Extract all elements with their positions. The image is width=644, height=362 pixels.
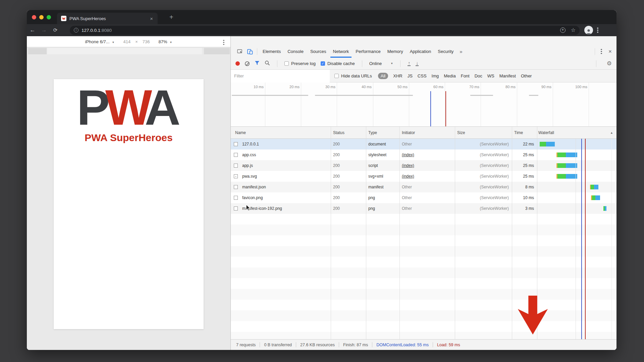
- column-header-size[interactable]: Size: [455, 130, 512, 135]
- request-checkbox[interactable]: [234, 206, 238, 210]
- table-row[interactable]: manifest-icon-192.png 200 png Other (Ser…: [231, 203, 616, 214]
- browser-menu-icon[interactable]: [597, 27, 598, 34]
- request-checkbox[interactable]: [234, 153, 238, 157]
- filter-chip-xhr[interactable]: XHR: [393, 73, 402, 78]
- column-header-type[interactable]: Type: [366, 130, 399, 135]
- filter-chip-all[interactable]: All: [378, 73, 388, 79]
- initiator-link[interactable]: (index): [399, 153, 455, 157]
- network-filter-row: Hide data URLs AllXHRJSCSSImgMediaFontDo…: [231, 70, 616, 82]
- column-separator[interactable]: [455, 127, 455, 339]
- profile-avatar[interactable]: [584, 26, 593, 35]
- request-checkbox[interactable]: [234, 142, 238, 146]
- device-dimensions[interactable]: 414 × 736: [123, 39, 150, 44]
- filter-chip-font[interactable]: Font: [461, 73, 470, 78]
- filter-input[interactable]: [231, 70, 330, 82]
- column-separator[interactable]: [512, 127, 512, 339]
- timeline-tick-label: 70 ms: [461, 85, 479, 89]
- filter-chip-other[interactable]: Other: [521, 73, 532, 78]
- status-bar-item: 27.6 KB resources: [296, 343, 339, 347]
- column-separator[interactable]: [331, 127, 331, 339]
- overview-request-bar: [529, 95, 538, 96]
- import-har-icon[interactable]: ↑: [408, 61, 411, 66]
- table-row[interactable]: 127.0.0.1 200 document Other (ServiceWor…: [231, 139, 616, 149]
- timeline-gridline: [373, 82, 373, 126]
- table-row[interactable]: -pwa.svg 200 svg+xml (index) (ServiceWor…: [231, 171, 616, 182]
- column-header-time[interactable]: Time: [512, 130, 537, 135]
- device-toolbar-toggle-icon[interactable]: [245, 49, 255, 55]
- device-zoom-select[interactable]: 87%▼: [158, 39, 172, 44]
- filter-chip-manifest[interactable]: Manifest: [499, 73, 516, 78]
- waterfall-gridline: [611, 139, 612, 339]
- initiator-link[interactable]: (index): [399, 163, 455, 168]
- address-bar[interactable]: i 127.0.0.1:8080 + ☆: [70, 26, 580, 35]
- traffic-light-zoom[interactable]: [47, 15, 51, 19]
- devtools-tab-sources[interactable]: Sources: [307, 45, 330, 58]
- devtools-tab-network[interactable]: Network: [330, 45, 353, 58]
- more-tabs-icon[interactable]: »: [457, 49, 465, 54]
- device-select[interactable]: iPhone 6/7...▼: [85, 39, 115, 44]
- search-icon[interactable]: [265, 60, 270, 67]
- filter-chip-js[interactable]: JS: [408, 73, 413, 78]
- status-bar-item: Finish: 87 ms: [339, 343, 372, 347]
- filter-toggle-icon[interactable]: [255, 61, 260, 66]
- back-button[interactable]: ←: [27, 27, 38, 34]
- request-checkbox[interactable]: -: [234, 174, 238, 178]
- record-button[interactable]: [235, 61, 240, 66]
- initiator-link[interactable]: (index): [399, 174, 455, 179]
- hide-data-urls-checkbox[interactable]: Hide data URLs: [334, 73, 372, 78]
- traffic-light-close[interactable]: [32, 15, 36, 19]
- bookmark-star-icon[interactable]: ☆: [571, 27, 576, 33]
- request-checkbox[interactable]: [234, 164, 238, 168]
- device-width-field[interactable]: 414: [123, 39, 130, 44]
- overview-band[interactable]: 10 ms20 ms30 ms40 ms50 ms60 ms70 ms80 ms…: [231, 82, 616, 127]
- table-row[interactable]: app.js 200 script (index) (ServiceWorker…: [231, 160, 616, 171]
- devtools-menu-icon[interactable]: [597, 48, 606, 55]
- browser-tab[interactable]: PWA SuperHeroes ×: [57, 13, 158, 24]
- export-har-icon[interactable]: ↓: [416, 61, 419, 66]
- column-header-name[interactable]: Name: [231, 130, 331, 135]
- table-row[interactable]: manifest.json 200 manifest Other (Servic…: [231, 182, 616, 192]
- disable-cache-checkbox[interactable]: ✓Disable cache: [321, 61, 355, 66]
- clear-button[interactable]: [245, 61, 250, 66]
- reload-button[interactable]: ⟳: [50, 27, 61, 33]
- column-header-initiator[interactable]: Initiator: [399, 130, 455, 135]
- devtools-tab-performance[interactable]: Performance: [352, 45, 384, 58]
- filter-chip-doc[interactable]: Doc: [475, 73, 482, 78]
- device-height-field[interactable]: 736: [143, 39, 150, 44]
- tab-close-icon[interactable]: ×: [149, 16, 154, 21]
- browser-window: PWA SuperHeroes × + ← → ⟳ i 127.0.0.1:80…: [27, 10, 616, 350]
- waterfall-cell: [537, 139, 616, 149]
- page-info-icon[interactable]: i: [74, 28, 78, 33]
- filter-chip-ws[interactable]: WS: [487, 73, 494, 78]
- throttling-select[interactable]: Online▼: [369, 61, 393, 66]
- preserve-log-checkbox[interactable]: Preserve log: [284, 61, 316, 66]
- traffic-light-minimize[interactable]: [39, 15, 44, 19]
- new-tab-button[interactable]: +: [169, 13, 173, 21]
- forward-button[interactable]: →: [38, 27, 50, 34]
- devtools-close-icon[interactable]: ×: [606, 48, 616, 55]
- network-settings-gear-icon[interactable]: ⚙: [607, 60, 612, 67]
- filter-chip-img[interactable]: Img: [432, 73, 439, 78]
- devtools-tab-memory[interactable]: Memory: [384, 45, 407, 58]
- table-row[interactable]: favicon.png 200 png Other (ServiceWorker…: [231, 192, 616, 203]
- annotation-arrow-icon: [517, 296, 549, 335]
- request-checkbox[interactable]: [234, 196, 238, 200]
- waterfall-gridline: [576, 139, 576, 339]
- column-header-waterfall[interactable]: Waterfall ▲: [537, 127, 616, 138]
- zoom-icon[interactable]: +: [560, 27, 566, 33]
- table-row[interactable]: app.css 200 stylesheet (index) (ServiceW…: [231, 149, 616, 160]
- timeline-gridline: [553, 82, 553, 126]
- device-toolbar-menu-icon[interactable]: [223, 39, 224, 46]
- devtools-tab-console[interactable]: Console: [284, 45, 307, 58]
- inspect-element-icon[interactable]: [235, 49, 245, 54]
- devtools-tab-security[interactable]: Security: [434, 45, 457, 58]
- devtools-tab-application[interactable]: Application: [407, 45, 435, 58]
- column-header-status[interactable]: Status: [331, 130, 366, 135]
- filter-chip-css[interactable]: CSS: [418, 73, 427, 78]
- column-separator[interactable]: [366, 127, 366, 339]
- timeline-gridline: [445, 82, 445, 126]
- request-checkbox[interactable]: [234, 185, 238, 189]
- column-separator[interactable]: [399, 127, 400, 339]
- devtools-tab-elements[interactable]: Elements: [259, 45, 284, 58]
- filter-chip-media[interactable]: Media: [444, 73, 455, 78]
